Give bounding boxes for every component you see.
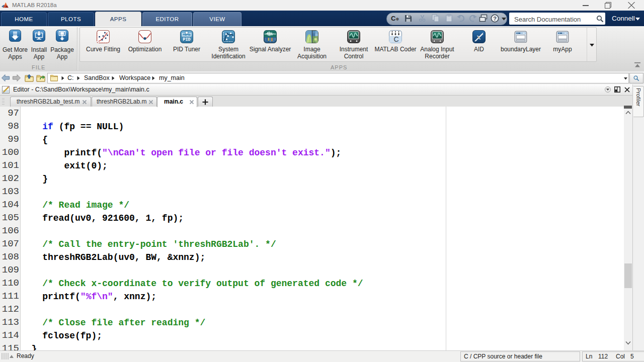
svg-text:?: ? <box>493 16 497 22</box>
svg-text:PID: PID <box>183 37 191 42</box>
svg-text:C: C <box>394 35 399 43</box>
